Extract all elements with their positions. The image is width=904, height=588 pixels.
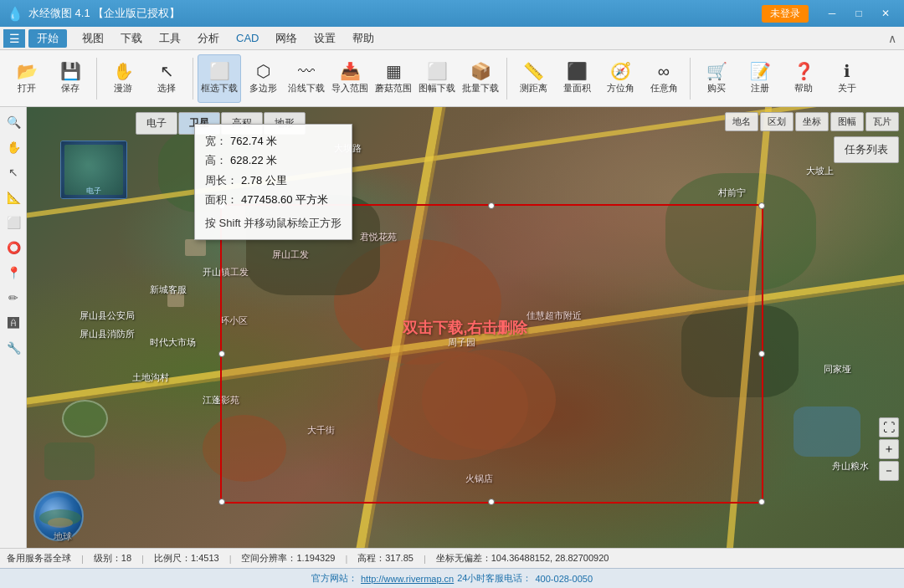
perimeter-label: 周长： — [205, 171, 238, 190]
polygon-icon: ⬡ — [256, 63, 270, 79]
tool-mushroom[interactable]: ▦ 蘑菇范围 — [372, 54, 415, 103]
zoom-in-button[interactable]: ＋ — [879, 439, 899, 459]
any-angle-icon: ∞ — [658, 63, 670, 79]
tool-polygon[interactable]: ⬡ 多边形 — [241, 54, 285, 103]
menu-item-download[interactable]: 下载 — [112, 28, 151, 49]
area-value: 477458.60 平方米 — [241, 190, 328, 209]
tool-measure-area[interactable]: ⬛ 量面积 — [555, 54, 598, 103]
mushroom-label: 蘑菇范围 — [375, 82, 412, 95]
azimuth-icon: 🧭 — [610, 63, 631, 79]
route-minimap-label: 电子 — [86, 186, 101, 197]
right-controls: ⛶ ＋ － — [879, 417, 899, 481]
line-download-label: 沿线下载 — [288, 82, 325, 95]
menu-item-tools[interactable]: 工具 — [151, 28, 189, 49]
stadium — [62, 400, 108, 437]
tool-open[interactable]: 📂 打开 — [5, 54, 49, 103]
bottombar: 官方网站： http://www.rivermap.cn 24小时客服电话： 4… — [0, 568, 904, 588]
sidebar-pan[interactable]: ✋ — [2, 135, 25, 159]
about-icon: ℹ — [844, 63, 850, 79]
menu-toggle-button[interactable]: ☰ — [3, 29, 25, 48]
any-angle-label: 任意角 — [650, 82, 678, 95]
toolbar-sep-3 — [506, 58, 507, 100]
menu-item-settings[interactable]: 设置 — [306, 28, 344, 49]
start-menu-button[interactable]: 开始 — [28, 29, 67, 48]
btn-map-sheet[interactable]: 图幅 — [830, 112, 864, 131]
tool-rect-download[interactable]: ⬜ 框选下载 — [198, 54, 241, 103]
minimize-button[interactable]: ─ — [820, 5, 844, 22]
building-cluster-2 — [185, 239, 206, 256]
sidebar-text[interactable]: 🅰 — [2, 311, 25, 335]
map-background — [27, 107, 904, 548]
phone-value: 400-028-0050 — [536, 574, 593, 584]
tool-buy[interactable]: 🛒 购买 — [695, 54, 738, 103]
task-list-button[interactable]: 任务列表 — [834, 136, 899, 163]
tool-pan[interactable]: ✋ 漫游 — [101, 54, 145, 103]
measure-dist-label: 测距离 — [520, 82, 547, 95]
tool-select[interactable]: ↖ 选择 — [145, 54, 188, 103]
not-login-button[interactable]: 未登录 — [762, 5, 809, 23]
tool-measure-dist[interactable]: 📏 测距离 — [511, 54, 555, 103]
expand-button[interactable]: ∧ — [884, 30, 901, 47]
close-button[interactable]: ✕ — [874, 5, 897, 22]
tool-batch-download[interactable]: 📦 批量下载 — [459, 54, 502, 103]
map-right-tabs-row: 地名 区划 坐标 图幅 瓦片 — [725, 112, 899, 131]
tool-azimuth[interactable]: 🧭 方位角 — [598, 54, 642, 103]
btn-tile[interactable]: 瓦片 — [865, 112, 899, 131]
menu-item-analysis[interactable]: 分析 — [189, 28, 228, 49]
menu-item-help[interactable]: 帮助 — [344, 28, 383, 49]
about-label: 关于 — [838, 82, 856, 95]
map-sheet-label: 图幅下载 — [419, 82, 455, 95]
import-range-icon: 📥 — [340, 63, 361, 79]
sidebar-settings[interactable]: 🔧 — [2, 336, 25, 360]
website-url[interactable]: http://www.rivermap.cn — [361, 574, 454, 584]
select-label: 选择 — [157, 82, 176, 95]
btn-division[interactable]: 区划 — [760, 112, 794, 131]
tool-help[interactable]: ❓ 帮助 — [782, 54, 825, 103]
minimap: 地球 — [33, 491, 92, 541]
maximize-button[interactable]: □ — [847, 5, 871, 22]
tip-row-height: 高： 628.22 米 — [205, 151, 342, 170]
tool-import-range[interactable]: 📥 导入范围 — [328, 54, 372, 103]
help-icon: ❓ — [794, 63, 814, 79]
map-container[interactable]: 大坝路 大坡上 村前宁 君悦花苑 屏山工发 开山镇工发 新城客服 屏山县公安局 … — [27, 107, 904, 548]
save-icon: 💾 — [60, 63, 81, 79]
area-label: 面积： — [205, 190, 238, 209]
sidebar-select[interactable]: ↖ — [2, 161, 25, 184]
sidebar-draw[interactable]: ✏ — [2, 286, 25, 309]
menu-item-cad[interactable]: CAD — [228, 29, 267, 47]
polygon-label: 多边形 — [249, 82, 277, 95]
open-icon: 📂 — [17, 63, 38, 79]
building-cluster-3 — [167, 292, 184, 307]
tool-register[interactable]: 📝 注册 — [738, 54, 782, 103]
save-label: 保存 — [61, 82, 80, 95]
btn-place-name[interactable]: 地名 — [725, 112, 758, 131]
buy-label: 购买 — [707, 82, 726, 95]
water-area — [794, 406, 860, 457]
tool-about[interactable]: ℹ 关于 — [825, 54, 869, 103]
menubar: ☰ 开始 视图 下载 工具 分析 CAD 网络 设置 帮助 ∧ — [0, 27, 904, 50]
btn-coords[interactable]: 坐标 — [795, 112, 829, 131]
titlebar-right: 未登录 ─ □ ✕ — [762, 5, 897, 23]
menu-item-network[interactable]: 网络 — [267, 28, 306, 49]
status-resolution: 空间分辨率：1.194329 — [241, 552, 335, 565]
tool-any-angle[interactable]: ∞ 任意角 — [642, 54, 686, 103]
buy-icon: 🛒 — [706, 63, 727, 79]
zoom-max-button[interactable]: ⛶ — [879, 417, 899, 437]
tab-electronic[interactable]: 电子 — [136, 112, 177, 135]
sidebar-circle[interactable]: ⭕ — [2, 236, 25, 259]
app-title: 水经微图 4.1 【企业版已授权】 — [28, 6, 180, 21]
sidebar-pin[interactable]: 📍 — [2, 261, 25, 284]
sidebar-measure[interactable]: 📐 — [2, 186, 25, 209]
tool-save[interactable]: 💾 保存 — [49, 54, 92, 103]
tool-map-sheet[interactable]: ⬜ 图幅下载 — [415, 54, 459, 103]
terrain-7 — [203, 415, 286, 482]
toolbar: 📂 打开 💾 保存 ✋ 漫游 ↖ 选择 ⬜ 框选下载 ⬡ 多边形 〰 沿线下载 — [0, 50, 904, 107]
sidebar-rect[interactable]: ⬜ — [2, 211, 25, 234]
sidebar-zoom-in[interactable]: 🔍 — [2, 110, 25, 134]
zoom-out-button[interactable]: － — [879, 461, 899, 481]
tip-row-area: 面积： 477458.60 平方米 — [205, 190, 342, 209]
menu-item-view[interactable]: 视图 — [74, 28, 112, 49]
tool-line-download[interactable]: 〰 沿线下载 — [285, 54, 328, 103]
route-minimap: 电子 — [60, 141, 127, 199]
pan-icon: ✋ — [113, 63, 134, 79]
